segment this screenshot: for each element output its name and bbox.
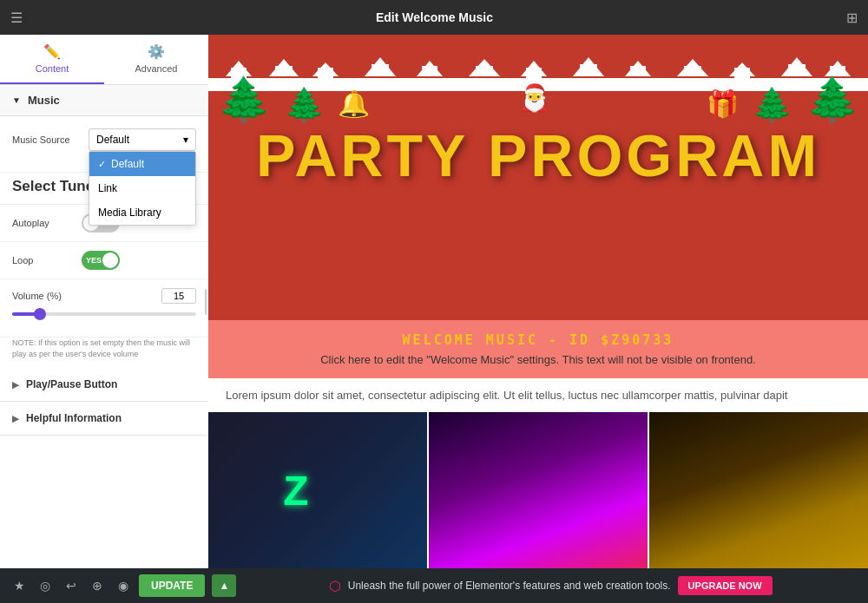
volume-label: Volume (%) <box>12 291 161 301</box>
welcome-music-box[interactable]: WELCOME MUSIC - ID $Z90733 Click here to… <box>208 318 868 378</box>
advanced-tab-icon: ⚙️ <box>148 43 165 60</box>
volume-slider-track[interactable] <box>12 312 196 316</box>
volume-input[interactable] <box>161 288 196 304</box>
play-pause-arrow-icon: ▶ <box>12 380 19 390</box>
svg-rect-15 <box>526 68 542 78</box>
eye-icon[interactable]: ◉ <box>113 579 134 593</box>
svg-rect-9 <box>372 64 389 76</box>
svg-rect-21 <box>684 66 701 76</box>
dropdown-item-media-library[interactable]: Media Library <box>89 200 195 225</box>
svg-rect-19 <box>630 66 646 76</box>
photo-grid: Z <box>208 412 868 568</box>
right-trees: 🎁 🌲 🌲 <box>707 78 859 121</box>
neon-z-decoration: Z <box>283 467 308 515</box>
tab-advanced[interactable]: ⚙️ Advanced <box>104 35 208 84</box>
party-program-text: PARTY PROGRAM <box>208 121 868 189</box>
sidebar-tabs: ✏️ Content ⚙️ Advanced <box>0 35 208 85</box>
loop-toggle-text: YES <box>86 256 102 265</box>
music-source-row: Music Source Default ▾ ✓ Default Link <box>12 128 196 151</box>
star-icon[interactable]: ★ <box>9 579 30 593</box>
tab-content[interactable]: ✏️ Content <box>0 35 104 84</box>
dropdown-item-link-label: Link <box>98 182 117 194</box>
checkmark-icon: ✓ <box>98 159 106 170</box>
content-tab-label: Content <box>36 63 69 74</box>
resize-line <box>205 289 207 315</box>
dropdown-item-default[interactable]: ✓ Default <box>89 152 195 176</box>
left-trees: 🌲 🌲 🔔 <box>217 78 370 121</box>
elementor-promo: ⬡ Unleash the full power of Elementor's … <box>241 576 859 595</box>
circle-icon[interactable]: ◎ <box>35 579 56 593</box>
music-controls: Music Source Default ▾ ✓ Default Link <box>0 116 208 173</box>
update-button[interactable]: UPDATE <box>139 574 205 597</box>
svg-rect-7 <box>318 68 333 78</box>
gift-icon: 🎁 <box>707 91 739 117</box>
play-pause-title: Play/Pause Button <box>26 378 117 390</box>
dropdown-item-link[interactable]: Link <box>89 176 195 200</box>
advanced-tab-label: Advanced <box>135 63 178 74</box>
play-pause-section: ▶ Play/Pause Button <box>0 368 208 402</box>
loop-toggle-knob <box>102 252 118 268</box>
content-tab-icon: ✏️ <box>43 43 61 60</box>
autoplay-label: Autoplay <box>12 218 82 228</box>
svg-rect-25 <box>788 64 806 76</box>
music-source-dropdown[interactable]: Default ▾ ✓ Default Link Media Lib <box>89 128 196 151</box>
dropdown-chevron-icon: ▾ <box>183 134 188 146</box>
top-bar: ☰ Edit Welcome Music ⊞ <box>0 0 868 35</box>
helpful-info-section: ▶ Helpful Information <box>0 402 208 436</box>
tree-icon-1: 🌲 <box>217 78 271 121</box>
welcome-music-description: Click here to edit the "Welcome Music" s… <box>226 353 851 366</box>
volume-slider-thumb[interactable] <box>34 308 46 320</box>
helpful-arrow-icon: ▶ <box>12 414 19 423</box>
tree-icon-3: 🌲 <box>752 88 792 121</box>
lorem-text: Lorem ipsum dolor sit amet, consectetur … <box>208 378 868 412</box>
main-area: ✏️ Content ⚙️ Advanced ▼ Music Music Sou… <box>0 35 868 568</box>
music-section-title: Music <box>28 94 60 107</box>
tree-icon-2: 🌲 <box>284 88 325 121</box>
page-title: Edit Welcome Music <box>33 10 836 24</box>
photo-cell-3 <box>648 412 868 568</box>
content-panel: 🌲 🌲 🔔 🎁 🌲 🌲 🎅 PARTY PROGRAM WELCOME MUSI… <box>208 35 868 568</box>
bell-icon: 🔔 <box>338 91 370 117</box>
svg-rect-13 <box>476 66 493 76</box>
svg-rect-5 <box>275 66 293 76</box>
grid-icon[interactable]: ⊞ <box>846 10 858 26</box>
svg-rect-11 <box>422 66 437 76</box>
music-section-header[interactable]: ▼ Music <box>0 85 208 116</box>
bottom-bar: ★ ◎ ↩ ⊕ ◉ UPDATE ▲ ⬡ Unleash the full po… <box>0 568 868 603</box>
music-arrow-icon: ▼ <box>12 95 21 105</box>
loop-row: Loop YES <box>12 251 196 270</box>
welcome-music-id: WELCOME MUSIC - ID $Z90733 <box>226 332 851 348</box>
music-source-dropdown-btn[interactable]: Default ▾ <box>89 128 196 151</box>
music-source-label: Music Source <box>12 134 82 145</box>
photo-cell-2 <box>427 412 648 568</box>
helpful-info-title: Helpful Information <box>26 412 122 424</box>
banner-area: 🌲 🌲 🔔 🎁 🌲 🌲 🎅 PARTY PROGRAM <box>208 35 868 318</box>
helpful-info-header[interactable]: ▶ Helpful Information <box>0 402 208 435</box>
undo-icon[interactable]: ↩ <box>61 579 82 593</box>
hamburger-icon[interactable]: ☰ <box>10 10 23 26</box>
svg-rect-17 <box>580 64 597 76</box>
upgrade-button[interactable]: UPGRADE NOW <box>678 576 773 595</box>
promo-text: Unleash the full power of Elementor's fe… <box>348 580 671 592</box>
update-arrow-button[interactable]: ▲ <box>212 574 236 597</box>
select-tune-label: Select Tune <box>12 178 94 195</box>
volume-row: Volume (%) <box>12 288 196 319</box>
dropdown-item-default-label: Default <box>111 158 144 170</box>
photo-cell-1: Z <box>208 412 427 568</box>
svg-rect-23 <box>734 68 750 78</box>
play-pause-header[interactable]: ▶ Play/Pause Button <box>0 368 208 401</box>
santa-hat-icon: 🎅 <box>518 82 550 113</box>
dropdown-selected-value: Default <box>96 134 129 146</box>
loop-toggle[interactable]: YES <box>82 251 120 270</box>
tree-icon-4: 🌲 <box>806 78 859 121</box>
add-icon[interactable]: ⊕ <box>87 579 108 593</box>
dropdown-item-media-library-label: Media Library <box>98 206 161 219</box>
volume-note: NOTE: If this option is set empty then t… <box>0 338 208 368</box>
sidebar: ✏️ Content ⚙️ Advanced ▼ Music Music Sou… <box>0 35 208 568</box>
loop-label: Loop <box>12 255 82 265</box>
music-source-dropdown-menu: ✓ Default Link Media Library <box>89 151 196 226</box>
elementor-logo-icon: ⬡ <box>329 578 341 594</box>
